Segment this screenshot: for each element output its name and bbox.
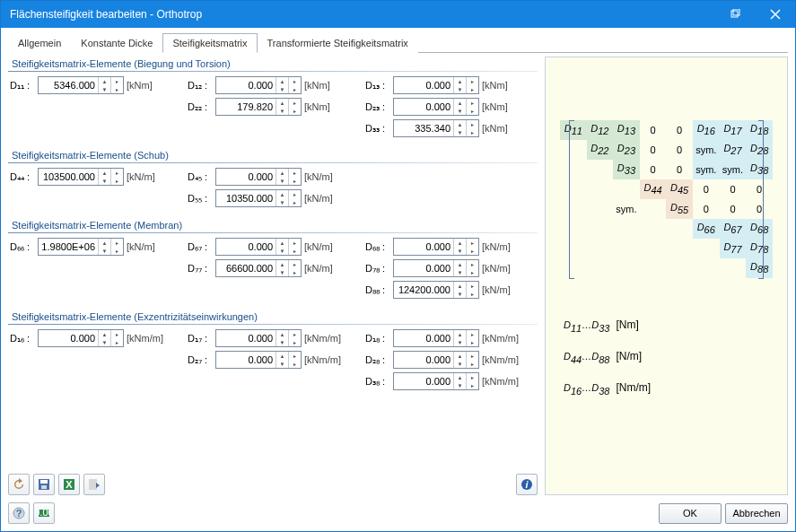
input-d55[interactable]: ▲▼▸▸ xyxy=(215,189,302,207)
group-bending-title: Steifigkeitsmatrix-Elemente (Biegung und… xyxy=(8,57,538,71)
titlebar: Flächensteifigkeit bearbeiten - Orthotro… xyxy=(1,1,795,28)
lbl-d28: D₂₈ : xyxy=(365,354,390,366)
excel-export-icon[interactable]: X xyxy=(58,474,80,495)
lbl-d44: D₄₄ : xyxy=(10,171,35,183)
legend-3: D16…D38 [Nm/m] xyxy=(564,380,651,397)
cancel-button[interactable]: Abbrechen xyxy=(725,503,788,524)
group-membrane: Steifigkeitsmatrix-Elemente (Membran) D₆… xyxy=(8,218,538,304)
group-shear-title: Steifigkeitsmatrix-Elemente (Schub) xyxy=(8,148,538,162)
info-icon[interactable]: i xyxy=(516,474,538,495)
dialog-footer: ? 0.00 OK Abbrechen xyxy=(1,499,795,531)
window-title: Flächensteifigkeit bearbeiten - Orthotro… xyxy=(10,8,714,21)
legend-2: D44…D88 [N/m] xyxy=(564,349,642,365)
lbl-d27: D₂₇ : xyxy=(188,354,213,366)
group-ecc: Steifigkeitsmatrix-Elemente (Exzentrizit… xyxy=(8,310,538,396)
svg-rect-1 xyxy=(733,9,739,15)
excel-import-icon[interactable] xyxy=(83,474,105,495)
input-d66[interactable]: ▲▼▸▸ xyxy=(38,238,124,256)
input-d38[interactable]: ▲▼▸▸ xyxy=(393,372,479,390)
input-d44[interactable]: ▲▼▸▸ xyxy=(38,168,124,186)
input-d17[interactable]: ▲▼▸▸ xyxy=(215,329,302,347)
lbl-d16: D₁₆ : xyxy=(10,333,35,344)
lbl-d78: D₇₈ : xyxy=(365,263,390,275)
input-d67[interactable]: ▲▼▸▸ xyxy=(215,238,302,256)
units-icon[interactable]: 0.00 xyxy=(33,502,55,524)
lbl-d12: D₁₂ : xyxy=(188,80,213,92)
input-d88[interactable]: ▲▼▸▸ xyxy=(393,281,479,299)
svg-rect-9 xyxy=(89,479,97,490)
tab-allgemein[interactable]: Allgemein xyxy=(8,33,71,53)
lbl-d23: D₂₃ : xyxy=(365,101,390,113)
help-icon[interactable]: ? xyxy=(8,502,30,524)
group-shear: Steifigkeitsmatrix-Elemente (Schub) D₄₄ … xyxy=(8,148,538,213)
input-d33[interactable]: ▲▼▸▸ xyxy=(393,119,479,137)
lbl-d13: D₁₃ : xyxy=(365,80,390,92)
input-d68[interactable]: ▲▼▸▸ xyxy=(393,238,479,256)
input-d18[interactable]: ▲▼▸▸ xyxy=(393,329,479,347)
input-d28[interactable]: ▲▼▸▸ xyxy=(393,351,479,369)
lbl-d17: D₁₇ : xyxy=(188,333,213,344)
input-d77[interactable]: ▲▼▸▸ xyxy=(215,259,302,277)
lbl-d22: D₂₂ : xyxy=(188,101,213,113)
input-d23[interactable]: ▲▼▸▸ xyxy=(393,98,479,116)
restore-button[interactable] xyxy=(714,1,755,28)
left-toolbar: X i xyxy=(8,468,538,495)
legend-1: D11…D33 [Nm] xyxy=(564,318,639,334)
input-d12[interactable]: ▲▼▸▸ xyxy=(215,76,302,94)
svg-rect-0 xyxy=(731,11,738,17)
lbl-d55: D₅₅ : xyxy=(188,193,213,205)
lbl-d67: D₆₇ : xyxy=(188,241,213,253)
input-d11[interactable]: ▲▼▸▸ xyxy=(38,76,124,94)
input-d13[interactable]: ▲▼▸▸ xyxy=(393,76,479,94)
lbl-d66: D₆₆ : xyxy=(10,241,35,253)
svg-text:0.00: 0.00 xyxy=(37,507,51,518)
lbl-d38: D₃₈ : xyxy=(365,376,390,388)
group-membrane-title: Steifigkeitsmatrix-Elemente (Membran) xyxy=(8,218,538,232)
lbl-d68: D₆₈ : xyxy=(365,241,390,253)
close-button[interactable] xyxy=(755,1,795,28)
reset-icon[interactable] xyxy=(8,474,30,495)
tab-bar: Allgemein Konstante Dicke Steifigkeitsma… xyxy=(8,33,788,53)
input-d16[interactable]: ▲▼▸▸ xyxy=(38,329,124,347)
tab-transformierte[interactable]: Transformierte Steifigkeitsmatrix xyxy=(258,33,418,53)
lbl-d45: D₄₅ : xyxy=(188,171,213,183)
save-icon[interactable] xyxy=(33,474,55,495)
lbl-d88: D₈₈ : xyxy=(365,284,390,296)
tab-steifigkeitsmatrix[interactable]: Steifigkeitsmatrix xyxy=(162,33,257,53)
svg-text:X: X xyxy=(66,479,73,490)
lbl-d33: D₃₃ : xyxy=(365,123,390,135)
lbl-d11: D₁₁ : xyxy=(10,80,35,92)
matrix-preview: D11D12D1300D16D17D18 D22D2300sym.D27D28 … xyxy=(545,57,788,495)
input-d78[interactable]: ▲▼▸▸ xyxy=(393,259,479,277)
tab-konstante-dicke[interactable]: Konstante Dicke xyxy=(71,33,162,53)
svg-text:?: ? xyxy=(16,508,22,519)
group-bending: Steifigkeitsmatrix-Elemente (Biegung und… xyxy=(8,57,538,143)
input-d22[interactable]: ▲▼▸▸ xyxy=(215,98,302,116)
lbl-d77: D₇₇ : xyxy=(188,263,213,275)
ok-button[interactable]: OK xyxy=(659,503,722,524)
group-ecc-title: Steifigkeitsmatrix-Elemente (Exzentrizit… xyxy=(8,310,538,324)
svg-rect-6 xyxy=(41,485,47,489)
lbl-d18: D₁₈ : xyxy=(365,333,390,344)
input-d27[interactable]: ▲▼▸▸ xyxy=(215,351,302,369)
svg-rect-5 xyxy=(40,480,48,484)
input-d45[interactable]: ▲▼▸▸ xyxy=(215,168,302,186)
